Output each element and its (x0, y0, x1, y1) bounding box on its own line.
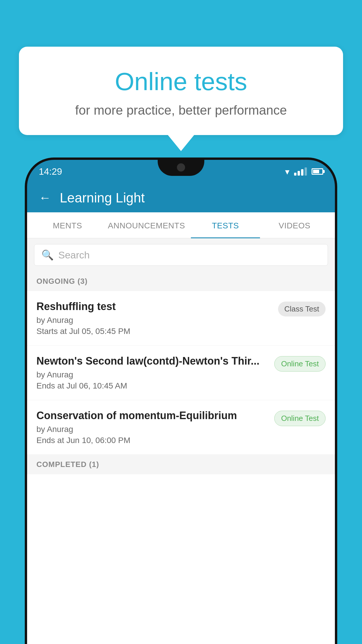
signal-bar-4 (305, 167, 307, 176)
camera-dot (177, 163, 185, 172)
bubble-subtitle: for more practice, better performance (42, 103, 320, 118)
test-item-reshuffling[interactable]: Reshuffling test by Anurag Starts at Jul… (27, 291, 335, 346)
tab-videos[interactable]: VIDEOS (260, 212, 329, 238)
test-time-reshuffling: Starts at Jul 05, 05:45 PM (36, 327, 272, 336)
test-info-reshuffling: Reshuffling test by Anurag Starts at Jul… (36, 300, 278, 336)
test-by-reshuffling: by Anurag (36, 316, 272, 325)
battery-icon (312, 168, 323, 175)
search-icon: 🔍 (41, 249, 54, 261)
test-badge-online-newtons: Online Test (274, 356, 326, 372)
ongoing-section-header: ONGOING (3) (27, 272, 335, 291)
phone-frame: 14:29 ▾ (25, 158, 337, 644)
test-name-conservation: Conservation of momentum-Equilibrium (36, 410, 268, 422)
status-time: 14:29 (39, 166, 62, 177)
speech-bubble: Online tests for more practice, better p… (19, 47, 343, 135)
battery-fill (313, 170, 319, 173)
tabs: MENTS ANNOUNCEMENTS TESTS VIDEOS (27, 212, 335, 238)
tab-tests[interactable]: TESTS (191, 212, 260, 238)
signal-bar-2 (298, 171, 300, 176)
phone-inner: 14:29 ▾ (27, 160, 335, 644)
test-name-newtons: Newton's Second law(contd)-Newton's Thir… (36, 355, 268, 367)
search-placeholder: Search (58, 249, 90, 261)
search-bar[interactable]: 🔍 Search (34, 244, 328, 266)
back-button[interactable]: ← (39, 192, 51, 204)
completed-section-header: COMPLETED (1) (27, 455, 335, 474)
bubble-title: Online tests (42, 67, 320, 96)
screen-content: MENTS ANNOUNCEMENTS TESTS VIDEOS 🔍 Searc… (27, 212, 335, 644)
test-badge-online-conservation: Online Test (274, 411, 326, 426)
test-by-conservation: by Anurag (36, 425, 268, 434)
status-icons: ▾ (285, 167, 323, 177)
status-bar: 14:29 ▾ (27, 160, 335, 183)
signal-bars-icon (294, 167, 307, 176)
signal-bar-1 (294, 173, 296, 176)
notch (158, 160, 204, 176)
phone-screen: 14:29 ▾ (27, 160, 335, 644)
test-info-newtons: Newton's Second law(contd)-Newton's Thir… (36, 355, 274, 391)
ongoing-label: ONGOING (3) (36, 277, 88, 286)
test-name-reshuffling: Reshuffling test (36, 300, 272, 313)
speech-bubble-container: Online tests for more practice, better p… (19, 47, 343, 151)
tab-ments[interactable]: MENTS (33, 212, 102, 238)
signal-bar-3 (301, 169, 303, 176)
test-by-newtons: by Anurag (36, 370, 268, 379)
completed-label: COMPLETED (1) (36, 460, 99, 469)
test-badge-class-reshuffling: Class Test (278, 302, 326, 316)
test-item-newtons[interactable]: Newton's Second law(contd)-Newton's Thir… (27, 346, 335, 400)
search-container: 🔍 Search (27, 238, 335, 272)
app-title: Learning Light (60, 190, 145, 206)
wifi-icon: ▾ (285, 167, 289, 177)
speech-bubble-arrow (168, 135, 194, 151)
tab-announcements[interactable]: ANNOUNCEMENTS (102, 212, 191, 238)
test-item-conservation[interactable]: Conservation of momentum-Equilibrium by … (27, 400, 335, 455)
app-header: ← Learning Light (27, 183, 335, 212)
test-time-newtons: Ends at Jul 06, 10:45 AM (36, 381, 268, 391)
test-info-conservation: Conservation of momentum-Equilibrium by … (36, 410, 274, 445)
battery-tip (323, 170, 325, 173)
test-time-conservation: Ends at Jun 10, 06:00 PM (36, 436, 268, 445)
